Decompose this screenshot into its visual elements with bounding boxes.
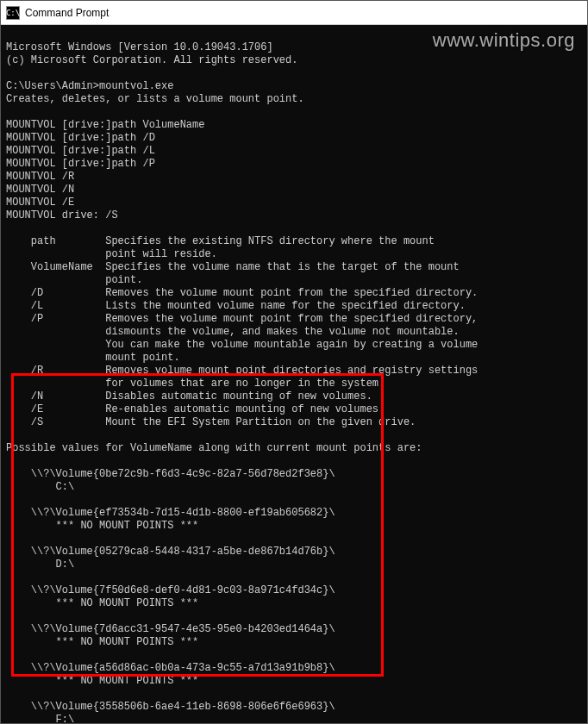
output-line: point. xyxy=(6,274,142,286)
window-title: Command Prompt xyxy=(25,7,109,19)
output-line: You can make the volume mountable again … xyxy=(6,339,478,351)
output-line: /N Disables automatic mounting of new vo… xyxy=(6,390,372,403)
mount-point: F:\ xyxy=(6,714,74,723)
mount-point: *** NO MOUNT POINTS *** xyxy=(6,636,198,648)
output-line: path Specifies the existing NTFS directo… xyxy=(6,235,435,247)
output-line: MOUNTVOL [drive:]path /P xyxy=(6,158,155,170)
mount-point: D:\ xyxy=(6,559,74,571)
command-input: mountvol.exe xyxy=(99,80,173,92)
volume-entry: \\?\Volume{ef73534b-7d15-4d1b-8800-ef19a… xyxy=(6,507,335,519)
volume-entry: \\?\Volume{7d6acc31-9547-4e35-95e0-b4203… xyxy=(6,623,335,635)
output-line: Possible values for VolumeName along wit… xyxy=(6,442,422,454)
output-line: Microsoft Windows [Version 10.0.19043.17… xyxy=(6,41,273,53)
output-line: MOUNTVOL drive: /S xyxy=(6,209,118,222)
command-prompt-window: C:\ Command Prompt Microsoft Windows [Ve… xyxy=(0,0,588,724)
terminal-output[interactable]: Microsoft Windows [Version 10.0.19043.17… xyxy=(1,25,587,723)
output-line: /E Re-enables automatic mounting of new … xyxy=(6,403,385,415)
output-line: /S Mount the EFI System Partition on the… xyxy=(6,416,416,428)
output-line: MOUNTVOL /E xyxy=(6,197,74,209)
prompt: C:\Users\Admin> xyxy=(6,80,99,92)
output-line: /D Removes the volume mount point from t… xyxy=(6,287,478,299)
output-line: Creates, deletes, or lists a volume moun… xyxy=(6,93,304,105)
mount-point: *** NO MOUNT POINTS *** xyxy=(6,597,198,609)
mount-point: *** NO MOUNT POINTS *** xyxy=(6,520,198,532)
cmd-icon: C:\ xyxy=(6,6,20,20)
output-line: /P Removes the volume mount point from t… xyxy=(6,313,478,325)
output-line: /L Lists the mounted volume name for the… xyxy=(6,300,466,312)
volume-entry: \\?\Volume{05279ca8-5448-4317-a5be-de867… xyxy=(6,546,335,558)
output-line: point will reside. xyxy=(6,248,217,260)
output-line: dismounts the volume, and makes the volu… xyxy=(6,326,460,338)
output-line: MOUNTVOL /R xyxy=(6,171,74,183)
mount-point: C:\ xyxy=(6,481,74,493)
volume-entry: \\?\Volume{0be72c9b-f6d3-4c9c-82a7-56d78… xyxy=(6,468,335,480)
output-line: MOUNTVOL [drive:]path /L xyxy=(6,145,155,157)
output-line: MOUNTVOL [drive:]path VolumeName xyxy=(6,119,204,131)
mount-point: *** NO MOUNT POINTS *** xyxy=(6,675,198,687)
output-line: MOUNTVOL /N xyxy=(6,184,74,196)
output-line: /R Removes volume mount point directorie… xyxy=(6,365,478,377)
cmd-icon-text: C:\ xyxy=(6,9,20,17)
volume-entry: \\?\Volume{3558506b-6ae4-11eb-8698-806e6… xyxy=(6,701,335,713)
watermark: www.wintips.org xyxy=(433,34,575,47)
volume-entry: \\?\Volume{a56d86ac-0b0a-473a-9c55-a7d13… xyxy=(6,662,335,674)
volume-entry: \\?\Volume{7f50d6e8-def0-4d81-9c03-8a971… xyxy=(6,584,335,596)
output-line: MOUNTVOL [drive:]path /D xyxy=(6,132,155,144)
output-line: mount point. xyxy=(6,352,180,364)
output-line: for volumes that are no longer in the sy… xyxy=(6,378,385,390)
output-line: (c) Microsoft Corporation. All rights re… xyxy=(6,54,297,66)
output-line: VolumeName Specifies the volume name tha… xyxy=(6,261,460,273)
title-bar[interactable]: C:\ Command Prompt xyxy=(1,1,587,25)
